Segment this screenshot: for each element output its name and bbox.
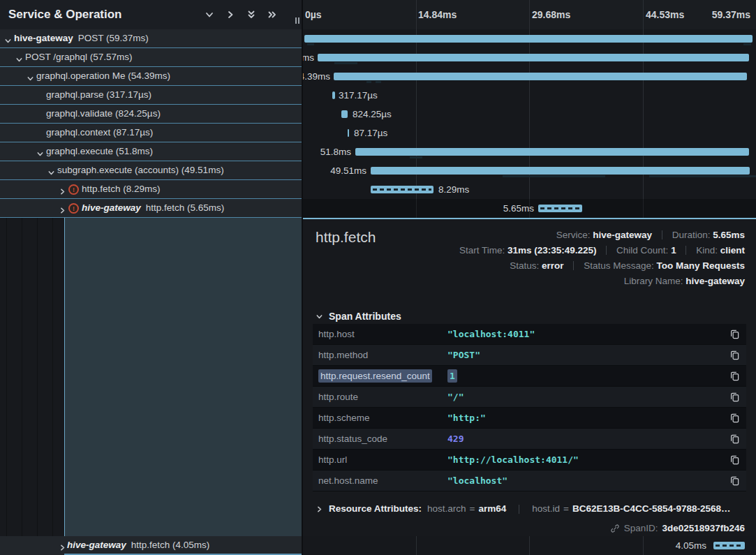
child-span-marker — [366, 81, 371, 83]
timeline-row: 51.8ms — [303, 142, 756, 161]
tree-row-subgraph-execute[interactable]: subgraph.execute (accounts) (49.51ms) — [0, 161, 302, 180]
chevron-right-icon — [316, 505, 323, 513]
attribute-key: http.scheme — [318, 408, 370, 429]
span-bar[interactable] — [371, 186, 433, 193]
attribute-row-selected: http.request.resend_count 1 — [313, 366, 746, 387]
span-duration-label: 57.57ms — [303, 48, 314, 67]
operation-name: graphql.parse (317.17µs) — [46, 89, 151, 100]
service-name: hive-gateway — [67, 540, 126, 550]
span-tree-panel: Service & Operation — [0, 0, 303, 555]
attribute-value: "localhost" — [447, 471, 507, 491]
resource-attributes-header[interactable]: Resource Attributes: — [316, 501, 422, 517]
service-name: hive-gateway — [82, 202, 141, 213]
panel-resize-handle[interactable] — [295, 17, 299, 24]
span-bar[interactable] — [371, 167, 750, 175]
copy-button[interactable] — [729, 329, 741, 340]
attribute-row: http.route "/" — [313, 387, 746, 408]
tick-label: 59.37ms — [712, 0, 750, 29]
meta-value-duration: 5.65ms — [713, 230, 745, 240]
meta-value-status-message: Too Many Requests — [656, 260, 745, 271]
expand-chevron-icon[interactable] — [36, 148, 44, 156]
copy-button[interactable] — [729, 434, 741, 445]
attribute-key: http.host — [318, 324, 355, 345]
attribute-key: http.status_code — [318, 429, 387, 450]
span-attributes-header[interactable]: Span Attributes — [316, 309, 401, 323]
tree-row-post-graphql[interactable]: POST /graphql (57.57ms) — [0, 48, 302, 67]
span-title: http.fetch — [316, 229, 376, 246]
copy-button[interactable] — [729, 392, 741, 403]
timeline-row — [303, 29, 756, 48]
span-duration-label: 4.05ms — [676, 536, 706, 555]
attribute-key: net.host.name — [318, 471, 378, 491]
copy-button[interactable] — [729, 454, 741, 466]
expand-chevron-icon[interactable] — [4, 35, 12, 43]
copy-button[interactable] — [729, 371, 741, 382]
attribute-key: http.url — [318, 450, 347, 471]
operation-name: POST (59.37ms) — [78, 33, 149, 43]
meta-label: Start Time: — [459, 245, 505, 256]
span-bar[interactable] — [348, 129, 349, 137]
tree-row-http-fetch-8ms[interactable]: http.fetch (8.29ms) — [0, 180, 302, 199]
span-bar[interactable] — [341, 110, 348, 118]
span-bar[interactable] — [318, 54, 749, 61]
expand-chevron-icon[interactable] — [59, 542, 66, 549]
span-duration-label: 54.39ms — [303, 67, 330, 86]
copy-button[interactable] — [729, 475, 741, 487]
copy-icon — [729, 475, 740, 486]
span-bar[interactable] — [713, 542, 745, 549]
tree-title: Service & Operation — [8, 0, 122, 29]
meta-value-library: hive-gateway — [685, 276, 745, 286]
tree-row-graphql-validate[interactable]: graphql.validate (824.25µs) — [0, 105, 302, 124]
tree-row-http-fetch-4ms[interactable]: hive-gatewayhttp.fetch (4.05ms) — [0, 536, 302, 555]
tree-row-graphql-context[interactable]: graphql.context (87.17µs) — [0, 124, 302, 142]
expand-chevron-icon[interactable] — [15, 54, 23, 61]
span-bar[interactable] — [355, 148, 749, 156]
meta-label: Status: — [510, 260, 539, 271]
expand-chevron-icon[interactable] — [47, 167, 55, 175]
copy-button[interactable] — [729, 413, 741, 424]
timeline-panel: 0µs 14.84ms 29.68ms 44.53ms 59.37ms 57.5… — [303, 0, 756, 555]
span-duration-label: 5.65ms — [503, 199, 534, 218]
expand-all-button[interactable] — [267, 9, 278, 20]
attribute-value: "/" — [447, 387, 464, 408]
expand-chevron-icon[interactable] — [27, 73, 34, 80]
span-bar[interactable] — [332, 91, 335, 99]
meta-value-kind: client — [720, 245, 745, 256]
copy-icon — [729, 392, 740, 402]
child-span-marker — [307, 43, 314, 45]
tree-row-root[interactable]: hive-gatewayPOST (59.37ms) — [0, 29, 302, 48]
span-bar[interactable] — [304, 35, 753, 43]
span-bar[interactable] — [334, 73, 747, 80]
tree-row-http-fetch-5ms-selected[interactable]: hive-gatewayhttp.fetch (5.65ms) — [0, 199, 302, 218]
meta-label: Duration: — [672, 230, 711, 240]
attribute-row: http.url "http://localhost:4011/" — [313, 450, 746, 471]
copy-button[interactable] — [729, 350, 741, 361]
span-detail-panel: http.fetch Service: hive-gateway Duratio… — [303, 218, 756, 536]
operation-name: graphql.execute (51.8ms) — [46, 146, 153, 156]
span-duration-label: 51.8ms — [320, 142, 351, 161]
expand-chevron-icon[interactable] — [59, 205, 66, 212]
timeline-row-selected: 5.65ms — [303, 199, 756, 218]
span-bar[interactable] — [538, 205, 582, 212]
attribute-key: http.request.resend_count — [318, 369, 432, 383]
operation-name: subgraph.execute (accounts) (49.51ms) — [57, 165, 224, 175]
tree-row-graphql-execute[interactable]: graphql.execute (51.8ms) — [0, 142, 302, 161]
attribute-key: http.method — [318, 345, 368, 366]
child-span-marker — [649, 175, 756, 177]
error-icon — [68, 203, 79, 214]
timeline-row: 57.57ms — [303, 48, 756, 67]
attribute-value: "http://localhost:4011/" — [447, 450, 579, 471]
double-chevron-down-icon — [246, 10, 256, 20]
operation-name: http.fetch (4.05ms) — [131, 540, 210, 550]
tree-row-graphql-parse[interactable]: graphql.parse (317.17µs) — [0, 86, 302, 105]
child-span-marker — [503, 175, 605, 177]
timeline-row: 4.05ms — [303, 536, 756, 555]
expand-chevron-icon[interactable] — [59, 186, 66, 193]
collapse-all-button[interactable] — [246, 9, 257, 20]
expand-one-button[interactable] — [225, 9, 236, 20]
operation-name: graphql.context (87.17µs) — [46, 127, 153, 138]
tree-row-graphql-operation[interactable]: graphql.operation Me (54.39ms) — [0, 67, 302, 86]
collapse-one-button[interactable] — [204, 9, 215, 20]
attribute-value: 1 — [447, 369, 457, 383]
copy-icon — [729, 350, 740, 360]
